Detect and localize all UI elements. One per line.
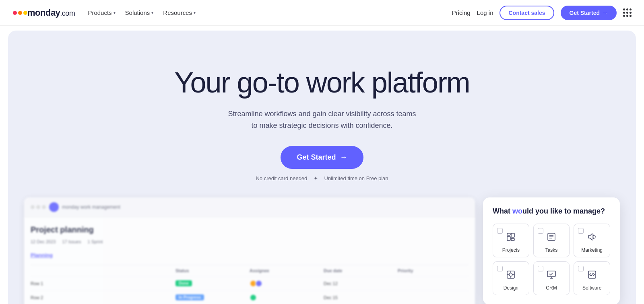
hero-title: Your go-to work platform: [141, 67, 503, 99]
checkbox-marketing[interactable]: [578, 228, 584, 234]
screenshot-header: monday work management: [24, 197, 475, 217]
svg-rect-3: [511, 238, 514, 240]
separator-icon: ✦: [314, 175, 318, 181]
checkbox-software[interactable]: [578, 266, 584, 271]
svg-rect-1: [507, 236, 510, 240]
logo[interactable]: monday.com: [13, 8, 75, 18]
chevron-down-icon: ▾: [194, 10, 196, 15]
manage-label-projects: Projects: [496, 247, 526, 253]
nav-login-link[interactable]: Log in: [477, 9, 493, 16]
nav-links: Products ▾ Solutions ▾ Resources ▾: [88, 9, 196, 16]
navbar: monday.com Products ▾ Solutions ▾ Resour…: [0, 0, 644, 26]
screenshot-planning-link[interactable]: Planning: [31, 252, 469, 258]
software-icon: [577, 270, 607, 282]
crm-icon: [537, 270, 566, 282]
manage-item-design[interactable]: Design: [493, 261, 529, 295]
manage-item-crm[interactable]: CRM: [533, 261, 570, 295]
projects-icon: [496, 232, 526, 244]
nav-link-solutions[interactable]: Solutions ▾: [125, 9, 154, 16]
svg-line-16: [591, 273, 593, 276]
hero-get-started-button[interactable]: Get Started →: [281, 146, 363, 169]
nav-link-resources[interactable]: Resources ▾: [163, 9, 196, 16]
manage-grid: Projects Tasks: [493, 224, 610, 295]
what-panel-title: What would you like to manage?: [493, 207, 610, 216]
checkbox-crm[interactable]: [538, 266, 543, 271]
manage-label-tasks: Tasks: [537, 247, 566, 253]
manage-item-marketing[interactable]: Marketing: [574, 224, 610, 257]
nav-get-started-button[interactable]: Get Started →: [561, 6, 617, 20]
hero-subtitle: Streamline workflows and gain clear visi…: [141, 108, 503, 131]
hero-note: No credit card needed ✦ Unlimited time o…: [141, 175, 503, 181]
checkbox-tasks[interactable]: [538, 228, 543, 234]
avatar: [49, 202, 59, 212]
hero-content: Your go-to work platform Streamline work…: [141, 55, 503, 181]
chevron-down-icon: ▾: [151, 10, 153, 15]
manage-label-marketing: Marketing: [577, 247, 607, 253]
screenshot-body: Project planning 12 Dec 2023 17 Issues 1…: [24, 217, 475, 304]
manage-item-projects[interactable]: Projects: [493, 224, 529, 257]
checkbox-design[interactable]: [497, 266, 503, 271]
tasks-icon: [537, 232, 566, 244]
screenshot-project-title: Project planning: [31, 225, 469, 234]
logo-text: monday.com: [27, 8, 75, 18]
contact-sales-button[interactable]: Contact sales: [500, 6, 554, 20]
logo-dot-red: [13, 11, 17, 15]
svg-rect-0: [507, 233, 510, 235]
logo-dot-orange: [18, 11, 22, 15]
screenshot-table-header: Status Assignee Due date Priority: [31, 265, 469, 276]
app-screenshot: monday work management Project planning …: [24, 197, 475, 304]
hero-section: Your go-to work platform Streamline work…: [8, 31, 636, 304]
hero-bottom: monday work management Project planning …: [24, 197, 620, 304]
svg-point-9: [509, 273, 512, 276]
manage-label-design: Design: [496, 285, 526, 291]
manage-item-software[interactable]: Software: [574, 261, 610, 295]
arrow-icon: →: [340, 153, 347, 162]
nav-pricing-link[interactable]: Pricing: [452, 9, 471, 16]
logo-dot-yellow: [23, 11, 27, 15]
manage-label-software: Software: [577, 285, 607, 291]
nav-left: monday.com Products ▾ Solutions ▾ Resour…: [13, 8, 196, 18]
checkbox-projects[interactable]: [497, 228, 503, 234]
chevron-down-icon: ▾: [114, 10, 116, 15]
manage-item-tasks[interactable]: Tasks: [533, 224, 570, 257]
screenshot-app-title: monday work management: [62, 204, 120, 210]
logo-dots: [13, 11, 27, 15]
screenshot-stats: 12 Dec 2023 17 Issues 1 Sprint: [31, 239, 469, 244]
svg-rect-2: [511, 233, 514, 237]
what-panel: What would you like to manage? Project: [483, 197, 620, 304]
marketing-icon: [577, 232, 607, 244]
nav-link-products[interactable]: Products ▾: [88, 9, 115, 16]
manage-label-crm: CRM: [537, 285, 566, 291]
table-row: Row 2 In Progress Dec 15: [31, 290, 469, 304]
table-row: Row 1 Done Dec 12: [31, 276, 469, 290]
nav-right: Pricing Log in Contact sales Get Started…: [452, 6, 631, 20]
logo-mark: monday.com: [13, 8, 75, 18]
arrow-icon: →: [602, 10, 608, 16]
window-controls: [31, 205, 46, 209]
apps-grid-icon[interactable]: [623, 8, 631, 17]
design-icon: [496, 270, 526, 282]
